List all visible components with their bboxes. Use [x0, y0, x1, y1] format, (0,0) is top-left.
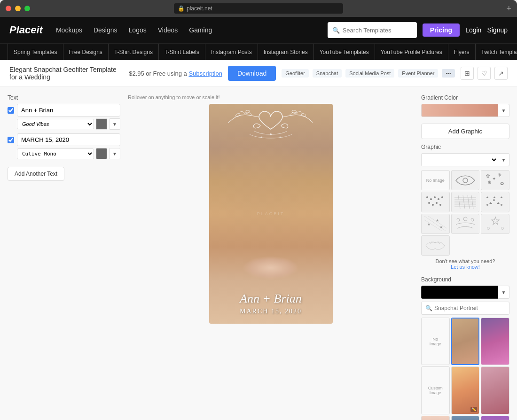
- minimize-dot[interactable]: [15, 6, 21, 11]
- graphic-item-1[interactable]: [451, 170, 480, 190]
- graphic-item-5[interactable]: [481, 192, 509, 212]
- bg-photo-6-img: [452, 416, 479, 420]
- cat-tshirt-designs[interactable]: T-Shirt Designs: [109, 44, 159, 60]
- text1-font-select[interactable]: Good Vibes: [17, 119, 94, 129]
- signup-button[interactable]: Signup: [487, 26, 508, 34]
- bg-photo-3[interactable]: ✏️: [451, 366, 480, 414]
- graphic-item-9[interactable]: [421, 235, 450, 256]
- logo[interactable]: Placeit: [9, 24, 43, 36]
- svg-point-16: [438, 198, 439, 200]
- svg-point-24: [501, 204, 502, 206]
- cat-spring-templates[interactable]: Spring Templates: [8, 44, 63, 60]
- nav-logos[interactable]: Logos: [129, 26, 147, 34]
- let-us-know-link[interactable]: Let us know!: [451, 264, 480, 270]
- cat-youtube-templates[interactable]: YouTube Templates: [314, 44, 375, 60]
- graphic-item-2[interactable]: ✿✦❋ ❃✿: [481, 170, 509, 190]
- tag-geofilter[interactable]: Geofilter: [282, 69, 309, 78]
- canvas-wrapper[interactable]: placeit Ann + Brian MARCH 15, 2020: [209, 104, 333, 324]
- download-button[interactable]: Download: [228, 66, 276, 81]
- graphic-item-7[interactable]: [451, 214, 480, 234]
- cat-free-designs[interactable]: Free Designs: [63, 44, 109, 60]
- background-search-input[interactable]: [434, 305, 505, 311]
- nav-designs[interactable]: Designs: [94, 26, 118, 34]
- bg-custom-image[interactable]: CustomImage: [421, 366, 450, 414]
- text1-color-swatch[interactable]: [96, 118, 107, 130]
- graphic-item-4[interactable]: [451, 192, 480, 212]
- bg-photo-5[interactable]: [421, 416, 450, 420]
- top-nav: Placeit Mockups Designs Logos Videos Gam…: [0, 17, 517, 43]
- bg-photo-5-img: [422, 416, 449, 420]
- bg-photo-2[interactable]: [481, 318, 509, 365]
- text2-font-select[interactable]: Cutive Mono: [17, 148, 94, 159]
- background-dropdown[interactable]: ▼: [498, 286, 509, 299]
- svg-text:★: ★: [439, 225, 443, 229]
- tag-snapchat[interactable]: Snapchat: [313, 69, 342, 78]
- bg-photo-6[interactable]: [451, 416, 480, 420]
- bg-photo-1[interactable]: [451, 318, 480, 365]
- text2-checkbox[interactable]: [8, 137, 14, 143]
- login-button[interactable]: Login: [465, 26, 481, 34]
- gradient-label: Gradient Color: [421, 94, 509, 101]
- search-input[interactable]: [343, 27, 412, 34]
- graphic-item-8[interactable]: [481, 214, 509, 234]
- cat-youtube-profile[interactable]: YouTube Profile Pictures: [375, 44, 448, 60]
- rollover-hint: Rollover on anything to move or scale it…: [128, 94, 220, 100]
- maximize-dot[interactable]: [24, 6, 30, 11]
- heart-button[interactable]: ♡: [478, 67, 491, 80]
- bookmark-button[interactable]: ⊞: [461, 67, 474, 80]
- bg-no-image[interactable]: NoImage: [421, 318, 450, 365]
- add-graphic-button[interactable]: Add Graphic: [421, 124, 509, 139]
- svg-point-23: [493, 199, 495, 201]
- background-label: Background: [421, 276, 509, 283]
- background-swatch[interactable]: [421, 286, 498, 299]
- svg-point-1: [244, 110, 250, 114]
- text1-checkbox[interactable]: [8, 107, 14, 114]
- canvas-date-text[interactable]: MARCH 15, 2020: [215, 308, 327, 315]
- graphic-label: Graphic: [421, 144, 509, 150]
- tag-social-media[interactable]: Social Media Post: [345, 69, 394, 78]
- tag-event-planner[interactable]: Event Planner: [398, 69, 438, 78]
- cat-twitch-templates[interactable]: Twitch Templates: [476, 44, 517, 60]
- flowers-decor: [243, 256, 299, 280]
- graphic-select-dropdown[interactable]: [421, 153, 498, 166]
- header-icons: ⊞ ♡ ↗: [461, 67, 508, 80]
- cat-instagram-posts[interactable]: Instagram Posts: [205, 44, 258, 60]
- nav-gaming[interactable]: Gaming: [189, 26, 212, 34]
- svg-point-31: [457, 218, 460, 221]
- text2-color-swatch[interactable]: [96, 148, 107, 159]
- text-label: Text: [8, 94, 120, 101]
- new-tab-button[interactable]: +: [506, 4, 511, 14]
- canvas-name-text[interactable]: Ann + Brian: [215, 292, 327, 306]
- or-text: or Free using a: [146, 70, 187, 77]
- svg-text:★: ★: [427, 222, 431, 226]
- bg-photo-7[interactable]: [481, 416, 509, 420]
- header-tags: Geofilter Snapchat Social Media Post Eve…: [282, 69, 455, 78]
- cat-tshirt-labels[interactable]: T-Shirt Labels: [159, 44, 205, 60]
- gradient-dropdown[interactable]: ▼: [498, 104, 509, 117]
- graphic-item-3[interactable]: [421, 192, 450, 212]
- nav-videos[interactable]: Videos: [158, 26, 178, 34]
- text1-input[interactable]: [17, 104, 120, 117]
- url-text[interactable]: placeit.net: [187, 5, 212, 12]
- search-icon: 🔍: [332, 27, 340, 34]
- add-text-button[interactable]: Add Another Text: [8, 167, 64, 181]
- graphic-section: Graphic ▼ No Image: [421, 144, 509, 270]
- text2-input[interactable]: [17, 133, 120, 146]
- cat-flyers[interactable]: Flyers: [448, 44, 476, 60]
- close-dot[interactable]: [6, 6, 11, 11]
- pricing-button[interactable]: Pricing: [423, 23, 460, 37]
- bg-photo-4[interactable]: [481, 366, 509, 414]
- nav-mockups[interactable]: Mockups: [56, 26, 82, 34]
- text2-size-btn[interactable]: ▼: [109, 148, 120, 159]
- tag-more[interactable]: •••: [442, 69, 455, 78]
- cat-instagram-stories[interactable]: Instagram Stories: [258, 44, 314, 60]
- text1-size-btn[interactable]: ▼: [109, 118, 120, 130]
- gradient-swatch[interactable]: [421, 104, 498, 117]
- graphic-item-6[interactable]: ★ ★ ★: [421, 214, 450, 234]
- graphic-no-image[interactable]: No Image: [421, 170, 450, 190]
- share-button[interactable]: ↗: [494, 67, 508, 80]
- subscription-link[interactable]: Subscription: [188, 70, 222, 77]
- search-bar: 🔍: [328, 22, 417, 38]
- svg-text:✿: ✿: [486, 173, 490, 179]
- graphic-select-arrow[interactable]: ▼: [498, 153, 509, 166]
